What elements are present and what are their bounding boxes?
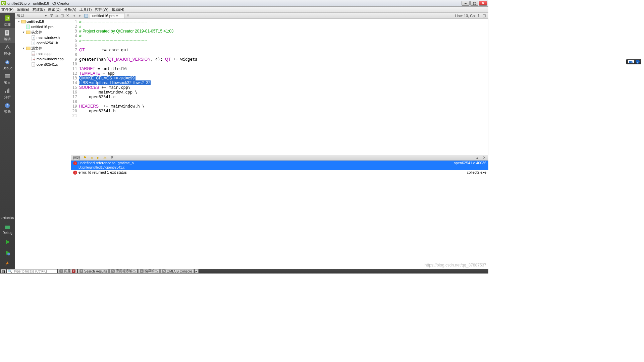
svg-text:h: h <box>33 42 34 44</box>
tree-project-root[interactable]: ▾untitled16 <box>15 19 71 24</box>
chevron-down-icon[interactable]: ▾ <box>44 13 48 18</box>
mode-edit[interactable]: 编辑 <box>0 28 15 43</box>
menu-widgets[interactable]: 控件(W) <box>95 7 108 12</box>
output-tab[interactable]: 4编译输出 <box>138 269 160 273</box>
editor-tab-bar: ◂ ▸ untitled16.pro ▾ ✕ Line: 13, Col: 1 … <box>71 13 488 19</box>
svg-rect-16 <box>85 14 88 17</box>
tab-dropdown-icon[interactable]: ▾ <box>116 14 118 18</box>
issues-next-icon[interactable]: ▸ <box>96 156 101 160</box>
nav-back-icon[interactable]: ◂ <box>72 13 76 18</box>
close-button[interactable]: ✕ <box>479 1 487 6</box>
tree-file[interactable]: copen62541.c <box>15 62 71 67</box>
svg-point-15 <box>7 253 10 255</box>
editor-tab[interactable]: untitled16.pro ▾ <box>90 13 124 18</box>
svg-rect-11 <box>8 88 9 93</box>
line-gutter: 1 2 3 4 5 6 7 8 9 10 11 12 13 14 15 16 1… <box>71 19 78 155</box>
run-button[interactable] <box>0 237 15 247</box>
filter-icon[interactable]: ⧩ <box>49 13 54 18</box>
mode-debug[interactable]: Debug <box>0 58 15 71</box>
svg-text:h: h <box>33 37 34 39</box>
tree-pro-file[interactable]: untitled16.pro <box>15 24 71 29</box>
menu-bar: 文件(F) 编辑(E) 构建(B) 调试(D) 分析(A) 工具(T) 控件(W… <box>0 7 488 13</box>
file-icon <box>84 13 89 18</box>
output-tab[interactable]: 1问题 2 <box>58 269 77 273</box>
title-bar: Qt untitled16.pro - untitled16 - Qt Crea… <box>0 0 488 7</box>
error-icon: ! <box>73 171 77 175</box>
tree-headers-folder[interactable]: ▾头文件 <box>15 29 71 35</box>
svg-text:c++: c++ <box>32 53 35 55</box>
svg-rect-18 <box>26 25 30 29</box>
issues-prev-icon[interactable]: ◂ <box>89 156 94 160</box>
debug-run-button[interactable] <box>0 247 15 258</box>
close-pane-icon[interactable]: ✕ <box>65 13 70 18</box>
svg-rect-9 <box>5 91 6 93</box>
tree-file[interactable]: hopen62541.h <box>15 40 71 46</box>
svg-rect-19 <box>26 31 30 34</box>
tree-sources-folder[interactable]: ▾源文件 <box>15 46 71 51</box>
minimize-button[interactable]: – <box>462 1 470 6</box>
tab-close-icon[interactable]: ✕ <box>126 13 130 18</box>
sync-icon[interactable]: ⇆ <box>54 13 59 18</box>
svg-rect-17 <box>21 20 25 23</box>
svg-rect-8 <box>5 74 10 75</box>
tree-file[interactable]: c++mainwindow.cpp <box>15 56 71 62</box>
menu-analyze[interactable]: 分析(A) <box>64 7 76 12</box>
window-title: untitled16.pro - untitled16 - Qt Creator <box>7 1 462 5</box>
svg-rect-10 <box>7 89 8 93</box>
bottom-bar: ◨ 🔍 1问题 22Search Results3应用程序输出4编译输出5QML… <box>0 269 488 274</box>
mode-projects[interactable]: 项目 <box>0 71 15 86</box>
issues-close-icon[interactable]: ✕ <box>482 156 486 160</box>
svg-text:?: ? <box>6 104 8 108</box>
menu-debug[interactable]: 调试(D) <box>48 7 60 12</box>
nav-fwd-icon[interactable]: ▸ <box>78 13 83 18</box>
svg-text:Qt: Qt <box>6 16 9 20</box>
output-more[interactable]: ▸ <box>195 269 199 273</box>
maximize-button[interactable]: ▢ <box>470 1 478 6</box>
error-icon: ! <box>73 161 77 165</box>
menu-file[interactable]: 文件(F) <box>1 7 13 12</box>
split-icon[interactable]: ◫ <box>60 13 64 18</box>
mode-sidebar: Qt欢迎 编辑 设计 Debug 项目 分析 ?帮助 untitled16 De… <box>0 13 15 269</box>
issues-min-icon[interactable]: ▴ <box>475 156 480 160</box>
tree-file[interactable]: hmainwindow.h <box>15 35 71 40</box>
output-tab[interactable]: 2Search Results <box>78 269 109 273</box>
locator[interactable]: 🔍 <box>7 269 57 273</box>
split-editor-icon[interactable]: ◫ <box>482 13 486 18</box>
menu-build[interactable]: 构建(B) <box>33 7 45 12</box>
svg-rect-24 <box>26 47 30 50</box>
target-selector[interactable]: untitled16 <box>0 214 15 222</box>
issues-list[interactable]: !undefined reference to `gmtime_s'D:\qfi… <box>71 161 488 269</box>
project-tree[interactable]: ▾untitled16 untitled16.pro ▾头文件 hmainwin… <box>15 19 71 269</box>
build-mode[interactable]: Debug <box>0 222 15 237</box>
watermark: https://blog.csdn.net/qq_37887537 <box>425 263 486 267</box>
output-tab[interactable]: 3应用程序输出 <box>109 269 138 273</box>
issue-row[interactable]: !undefined reference to `gmtime_s'D:\qfi… <box>71 161 488 170</box>
issues-title: 问题 <box>73 155 80 160</box>
menu-help[interactable]: 帮助(H) <box>112 7 124 12</box>
output-toggle[interactable]: ◨ <box>1 269 6 273</box>
project-pane-header: 项目 ▾ ⧩ ⇆ ◫ ✕ <box>15 13 71 19</box>
menu-edit[interactable]: 编辑(E) <box>17 7 29 12</box>
svg-rect-4 <box>5 30 9 36</box>
mode-analyze[interactable]: 分析 <box>0 86 15 101</box>
output-tab[interactable]: 5QML/JS Console <box>160 269 194 273</box>
issues-filter-icon[interactable]: ⚑ <box>83 156 87 160</box>
issue-row[interactable]: !error: ld returned 1 exit statuscollect… <box>71 170 488 175</box>
funnel-icon[interactable]: ∇ <box>109 156 114 160</box>
build-button[interactable] <box>0 258 15 269</box>
svg-point-6 <box>6 61 8 63</box>
locator-input[interactable] <box>13 269 56 273</box>
svg-rect-14 <box>5 226 10 229</box>
svg-text:c: c <box>33 63 34 66</box>
code-area[interactable]: #---------------------------------------… <box>78 19 488 155</box>
code-editor[interactable]: 1 2 3 4 5 6 7 8 9 10 11 12 13 14 15 16 1… <box>71 19 488 155</box>
tree-file[interactable]: c++main.cpp <box>15 51 71 56</box>
mode-design[interactable]: 设计 <box>0 43 15 58</box>
mode-welcome[interactable]: Qt欢迎 <box>0 13 15 28</box>
menu-tools[interactable]: 工具(T) <box>79 7 92 12</box>
issues-panel: 问题 ⚑ ◂ ▸ ⚠ ∇ ▴ ✕ !undefined reference to… <box>71 155 488 269</box>
svg-text:Qt: Qt <box>2 1 5 5</box>
search-icon: 🔍 <box>8 269 12 274</box>
warning-icon[interactable]: ⚠ <box>103 156 107 160</box>
mode-help[interactable]: ?帮助 <box>0 101 15 116</box>
